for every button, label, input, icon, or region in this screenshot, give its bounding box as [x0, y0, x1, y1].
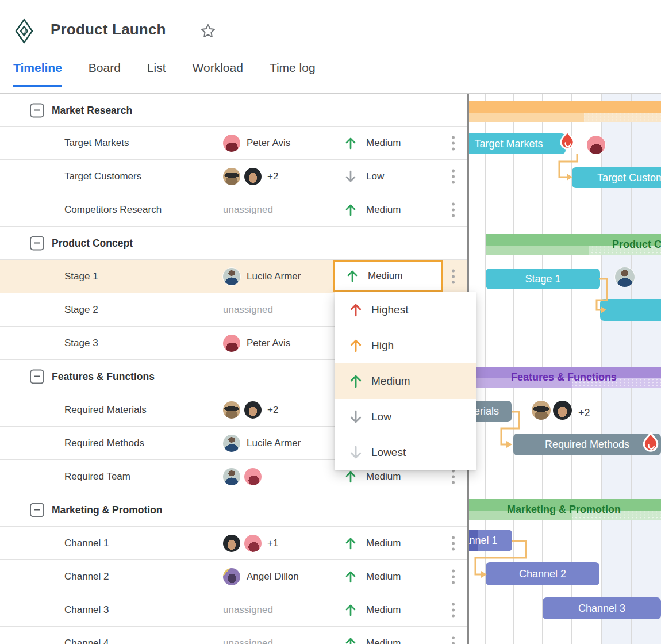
- unassigned-label: unassigned: [223, 604, 273, 616]
- tab-bar: TimelineBoardListWorkloadTime log: [0, 56, 661, 94]
- task-name: Target Markets: [64, 137, 129, 149]
- priority-cell[interactable]: Medium: [333, 627, 443, 644]
- assignee-name: Peter Avis: [247, 338, 290, 349]
- task-name: Stage 3: [64, 338, 98, 349]
- tab-timeline[interactable]: Timeline: [13, 61, 62, 87]
- assignee-cell[interactable]: Peter Avis: [223, 126, 290, 159]
- assignee-cell[interactable]: +2: [223, 160, 278, 193]
- priority-label: Medium: [366, 471, 401, 482]
- row-menu-button[interactable]: [452, 603, 455, 617]
- assignee-cell[interactable]: [223, 460, 262, 493]
- row-menu-button[interactable]: [452, 469, 455, 484]
- fire-icon: [556, 130, 578, 152]
- task-row[interactable]: Stage 1Lucile ArmerMedium: [0, 260, 468, 293]
- priority-cell[interactable]: Medium: [333, 260, 443, 292]
- priority-cell[interactable]: Medium: [333, 593, 443, 626]
- assignee-cell[interactable]: Lucile Armer: [223, 427, 301, 459]
- assignee-cell[interactable]: Lucile Armer: [223, 260, 301, 293]
- priority-cell[interactable]: Low: [333, 160, 443, 193]
- row-menu-button[interactable]: [452, 269, 455, 283]
- task-name: Required Materials: [64, 404, 147, 416]
- assignee-name: Lucile Armer: [247, 438, 301, 449]
- unassigned-label: unassigned: [223, 204, 273, 216]
- assignee-cell[interactable]: +1: [223, 527, 278, 559]
- arrow-up-icon: [345, 570, 356, 583]
- assignee-cell[interactable]: unassigned: [223, 193, 273, 226]
- tab-board[interactable]: Board: [89, 61, 121, 87]
- task-row[interactable]: Channel 4unassignedMedium: [0, 627, 468, 644]
- favorite-star-icon[interactable]: [200, 23, 216, 39]
- task-name: Channel 3: [64, 604, 109, 616]
- avatar-rosa: [244, 468, 262, 485]
- priority-option-label: Medium: [371, 375, 410, 388]
- arrow-up-icon: [349, 374, 362, 388]
- row-menu-button[interactable]: [452, 636, 455, 644]
- row-menu-button[interactable]: [452, 536, 455, 550]
- priority-option-lowest[interactable]: Lowest: [335, 435, 476, 470]
- priority-option-medium[interactable]: Medium: [335, 363, 476, 399]
- priority-option-highest[interactable]: Highest: [335, 292, 476, 328]
- priority-option-low[interactable]: Low: [335, 399, 476, 435]
- task-row[interactable]: Competitors ResearchunassignedMedium: [0, 193, 468, 227]
- task-name: Channel 2: [64, 571, 109, 582]
- row-menu-button[interactable]: [452, 569, 455, 584]
- task-row[interactable]: Channel 3unassignedMedium: [0, 593, 468, 627]
- avatar-peter: [223, 335, 240, 352]
- assignee-cell[interactable]: +2: [223, 393, 278, 426]
- avatar-marcus: [223, 168, 240, 185]
- row-menu-button[interactable]: [452, 202, 455, 217]
- arrow-down-icon: [349, 410, 362, 424]
- arrow-up-icon: [345, 604, 356, 616]
- group-header-row: Market Research: [0, 94, 468, 126]
- collapse-button[interactable]: [30, 236, 44, 250]
- priority-cell[interactable]: Medium: [333, 560, 443, 593]
- fire-icon: [639, 431, 661, 454]
- collapse-button[interactable]: [30, 369, 44, 384]
- priority-label: Medium: [366, 571, 401, 582]
- fire-wrap: [639, 431, 661, 457]
- gantt-avatar-wrap: [587, 136, 605, 154]
- assignee-cell[interactable]: unassigned: [223, 293, 273, 326]
- avatar-rosa: [244, 535, 262, 552]
- avatar-lucile: [223, 468, 240, 485]
- row-menu-button[interactable]: [452, 136, 455, 150]
- arrow-up-icon: [345, 204, 356, 216]
- avatar-angel: [223, 568, 240, 585]
- assignee-cell[interactable]: unassigned: [223, 627, 273, 644]
- priority-option-label: High: [371, 339, 394, 352]
- arrow-up-icon: [345, 537, 356, 550]
- group-name: Market Research: [52, 104, 132, 116]
- task-row[interactable]: Target MarketsPeter AvisMedium: [0, 126, 468, 160]
- dependency-connectors: [469, 94, 661, 644]
- avatar-dane: [244, 168, 262, 185]
- arrow-down-icon: [349, 446, 362, 459]
- priority-option-label: Lowest: [371, 446, 406, 459]
- assignee-extra-count: +2: [267, 404, 278, 416]
- task-row[interactable]: Channel 2Angel DillonMedium: [0, 560, 468, 593]
- priority-cell[interactable]: Medium: [333, 126, 443, 159]
- tab-workload[interactable]: Workload: [193, 61, 243, 87]
- collapse-button[interactable]: [30, 103, 44, 117]
- row-menu-button[interactable]: [452, 169, 455, 183]
- arrow-up-icon: [345, 137, 356, 150]
- assignee-cell[interactable]: Angel Dillon: [223, 560, 299, 593]
- gantt-avatar-wrap: [553, 401, 572, 420]
- arrow-up-icon: [345, 637, 356, 644]
- assignee-extra-count: +2: [267, 171, 278, 182]
- priority-label: Medium: [366, 604, 401, 616]
- task-row[interactable]: Target Customers+2Low: [0, 160, 468, 193]
- gantt-panel: Product ConceptFeatures & FunctionsMarke…: [469, 94, 661, 644]
- priority-option-high[interactable]: High: [335, 328, 476, 363]
- page-title: Product Launch: [51, 21, 166, 39]
- collapse-button[interactable]: [30, 503, 44, 517]
- avatar-lucile: [615, 267, 635, 287]
- group-name: Marketing & Promotion: [52, 504, 163, 516]
- tab-list[interactable]: List: [147, 61, 166, 87]
- priority-cell[interactable]: Medium: [333, 193, 443, 226]
- assignee-cell[interactable]: unassigned: [223, 593, 273, 626]
- priority-cell[interactable]: Medium: [333, 527, 443, 559]
- assignee-cell[interactable]: Peter Avis: [223, 327, 290, 359]
- task-row[interactable]: Channel 1+1Medium: [0, 527, 468, 560]
- tab-time-log[interactable]: Time log: [270, 61, 316, 87]
- task-name: Stage 1: [64, 271, 98, 282]
